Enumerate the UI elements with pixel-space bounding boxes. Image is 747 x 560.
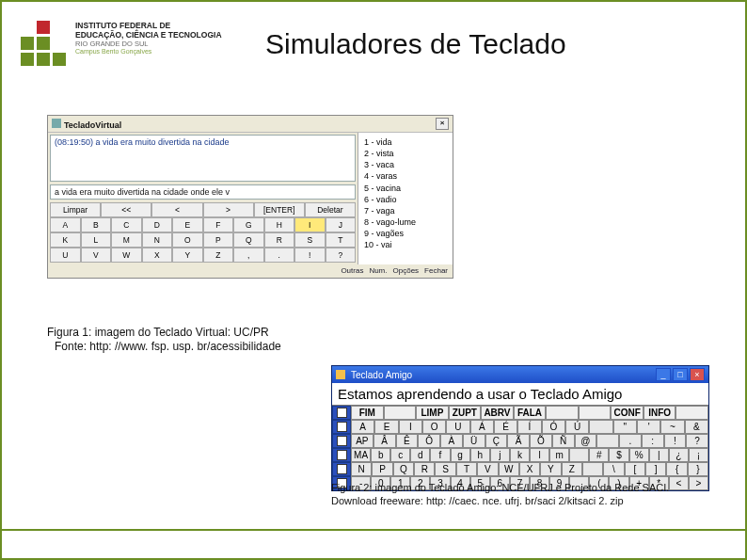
key-.[interactable]: . [264,248,295,263]
header-cell[interactable]: FALA [514,406,547,420]
key-cell[interactable]: Õ [530,434,552,448]
close-icon[interactable]: × [690,368,705,381]
key-T[interactable]: T [326,232,357,248]
key-cell[interactable]: " [613,420,637,434]
key-O[interactable]: O [172,232,203,248]
key-cell[interactable]: V [477,462,498,476]
key-D[interactable]: D [142,217,173,232]
key-Y[interactable]: Y [172,248,203,263]
header-cell[interactable]: ZUPT [449,406,482,420]
key-cell[interactable]: Ü [463,434,485,448]
key-cell[interactable]: Ô [418,434,440,448]
control-button[interactable]: > [203,202,254,217]
key-N[interactable]: N [142,232,173,248]
key-cell[interactable]: MA [351,448,371,462]
key-cell[interactable]: . [619,434,642,448]
suggestion-item[interactable]: 8 - vago-lume [364,216,449,228]
key-cell[interactable]: Ñ [552,434,575,448]
key-cell[interactable]: Â [374,434,396,448]
suggestion-item[interactable]: 6 - vadio [364,194,449,205]
key-cell[interactable]: g [451,448,470,462]
key-cell[interactable]: S [435,462,455,476]
row-checkbox[interactable] [332,448,351,462]
key-?[interactable]: ? [326,248,357,263]
key-cell[interactable]: j [490,448,510,462]
suggestion-item[interactable]: 3 - vaca [364,159,449,170]
row-checkbox[interactable] [332,420,351,434]
key-cell[interactable]: l [530,448,549,462]
header-cell[interactable]: INFO [644,406,676,420]
header-cell[interactable]: FIM [351,406,384,420]
header-cell[interactable]: CONF [611,406,644,420]
header-cell[interactable]: LIMP [416,406,449,420]
key-cell[interactable]: ¿ [669,448,689,462]
key-cell[interactable]: Á [470,420,494,434]
key-cell[interactable]: N [351,462,372,476]
key-cell[interactable]: [ [625,462,645,476]
control-button[interactable]: [ENTER] [254,202,305,217]
key-K[interactable]: K [50,232,81,248]
key-cell[interactable]: h [470,448,490,462]
key-G[interactable]: G [233,217,264,232]
key-cell[interactable]: À [440,434,463,448]
key-cell[interactable]: Ó [542,420,565,434]
key-cell[interactable]: P [372,462,392,476]
key-cell[interactable]: { [666,462,687,476]
key-cell[interactable]: I [399,420,422,434]
key-B[interactable]: B [81,217,112,232]
key-cell[interactable]: c [390,448,410,462]
key-,[interactable]: , [233,248,264,263]
key-cell[interactable]: W [499,462,519,476]
key-cell[interactable]: Ã [507,434,530,448]
control-button[interactable]: Deletar [305,202,356,217]
row-checkbox[interactable] [332,462,351,476]
key-cell[interactable]: ~ [660,420,684,434]
key-cell[interactable]: % [629,448,649,462]
key-cell[interactable]: Q [393,462,414,476]
key-cell[interactable]: A [351,420,374,434]
key-cell[interactable]: O [422,420,446,434]
key-Q[interactable]: Q [233,232,264,248]
key-W[interactable]: W [111,248,142,263]
key-cell[interactable]: m [549,448,569,462]
header-cell[interactable]: ABRV [481,406,514,420]
key-cell[interactable]: @ [575,434,597,448]
key-cell[interactable]: AP [351,434,374,448]
close-icon[interactable]: × [436,118,449,130]
key-M[interactable]: M [111,232,142,248]
control-button[interactable]: < [151,202,202,217]
key-cell[interactable]: Z [562,462,582,476]
key-cell[interactable]: $ [609,448,628,462]
minimize-icon[interactable]: _ [656,368,671,381]
key-cell[interactable]: f [430,448,450,462]
suggestion-item[interactable]: 9 - vagões [364,228,449,239]
key-U[interactable]: U [50,248,81,263]
key-X[interactable]: X [142,248,173,263]
key-Z[interactable]: Z [203,248,234,263]
key-cell[interactable]: Y [540,462,561,476]
key-cell[interactable]: Ê [396,434,419,448]
suggestion-item[interactable]: 5 - vacina [364,183,449,194]
key-cell[interactable]: É [494,420,517,434]
suggestion-item[interactable]: 7 - vaga [364,205,449,216]
key-cell[interactable]: k [510,448,530,462]
key-R[interactable]: R [264,232,295,248]
key-cell[interactable]: } [688,462,708,476]
key-cell[interactable]: E [374,420,398,434]
key-cell[interactable]: U [446,420,469,434]
key-cell[interactable]: T [456,462,477,476]
text-input[interactable]: a vida era muito divertida na cidade ond… [50,184,356,200]
key-cell[interactable]: Í [517,420,541,434]
footer-link[interactable]: Fechar [421,265,451,276]
key-cell[interactable]: b [371,448,390,462]
key-A[interactable]: A [50,217,81,232]
suggestion-item[interactable]: 10 - vai [364,239,449,250]
key-![interactable]: ! [294,248,326,263]
key-cell[interactable]: R [414,462,435,476]
key-cell[interactable]: X [519,462,540,476]
key-S[interactable]: S [294,232,326,248]
key-cell[interactable]: Ú [565,420,589,434]
key-cell[interactable]: ] [645,462,666,476]
key-cell[interactable]: # [589,448,609,462]
suggestion-item[interactable]: 2 - vista [364,148,449,159]
